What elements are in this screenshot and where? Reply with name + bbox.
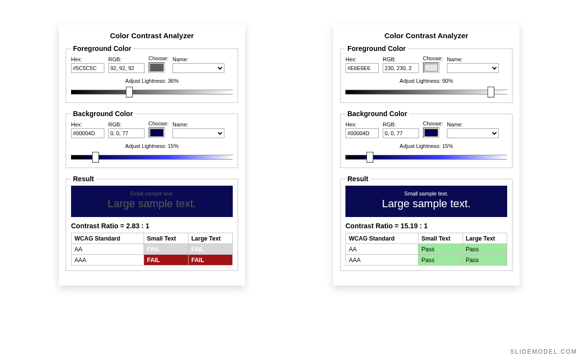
foreground-color-group: Foreground ColorHex:RGB:Choose:Name:Adju…: [66, 45, 238, 103]
standard-cell: AAA: [346, 255, 418, 266]
result-legend: Result: [345, 175, 370, 183]
lightness-value: 36%: [168, 78, 178, 84]
name-label: Name:: [447, 121, 499, 127]
hex-label: Hex:: [71, 121, 104, 127]
color-name-select[interactable]: [172, 63, 224, 73]
standard-cell: AAA: [72, 255, 144, 266]
lightness-label-row: Adjust Lightness: 36%: [71, 78, 233, 84]
watermark-text: SLIDEMODEL.COM: [510, 348, 577, 355]
result-group: ResultSmall sample text.Large sample tex…: [66, 175, 238, 271]
slider-thumb[interactable]: [367, 152, 373, 163]
table-row: AAFAILFAIL: [72, 244, 233, 255]
rgb-label: RGB:: [108, 121, 145, 127]
color-swatch: [424, 64, 438, 72]
background-legend: Background Color: [345, 110, 409, 118]
hex-input[interactable]: [345, 63, 379, 73]
hex-input[interactable]: [71, 63, 104, 73]
foreground-legend: Foreground Color: [71, 45, 133, 52]
result-group: ResultSmall sample text.Large sample tex…: [340, 175, 513, 271]
lightness-slider[interactable]: [71, 87, 233, 97]
results-header: WCAG Standard: [72, 233, 144, 244]
color-picker-button[interactable]: [148, 62, 165, 73]
color-input-row: Hex:RGB:Choose:Name:: [345, 121, 507, 138]
slider-thumb[interactable]: [126, 87, 133, 97]
contrast-ratio-prefix: Contrast Ratio =: [71, 222, 126, 230]
page-title: Color Contrast Analyzer: [66, 31, 238, 40]
color-picker-button[interactable]: [148, 127, 165, 138]
large-text-result-cell: Pass: [463, 244, 507, 255]
sample-preview: Small sample text.Large sample text.: [71, 186, 233, 217]
rgb-label: RGB:: [383, 56, 419, 62]
results-header: WCAG Standard: [346, 233, 418, 244]
rgb-input[interactable]: [108, 63, 145, 73]
name-label: Name:: [172, 56, 224, 62]
color-swatch: [424, 129, 438, 137]
sample-preview: Small sample text.Large sample text.: [345, 186, 507, 217]
standard-cell: AA: [346, 244, 418, 255]
background-color-group: Background ColorHex:RGB:Choose:Name:Adju…: [66, 110, 238, 168]
slider-track: [71, 90, 233, 95]
color-name-select[interactable]: [447, 63, 499, 73]
rgb-input[interactable]: [383, 63, 419, 73]
hex-input[interactable]: [71, 128, 104, 138]
contrast-ratio-line: Contrast Ratio = 15.19 : 1: [345, 222, 507, 230]
lightness-slider[interactable]: [71, 152, 233, 163]
hex-input[interactable]: [345, 128, 379, 138]
lightness-label-row: Adjust Lightness: 15%: [71, 143, 233, 149]
background-color-group: Background ColorHex:RGB:Choose:Name:Adju…: [340, 110, 513, 168]
sample-large-text: Large sample text.: [75, 197, 229, 210]
color-swatch: [150, 64, 164, 72]
large-text-result-cell: FAIL: [188, 255, 232, 266]
background-legend: Background Color: [71, 110, 135, 118]
lightness-value: 15%: [168, 143, 178, 149]
page-title: Color Contrast Analyzer: [340, 31, 513, 40]
lightness-label-row: Adjust Lightness: 90%: [345, 78, 507, 84]
hex-label: Hex:: [345, 121, 379, 127]
lightness-slider[interactable]: [345, 152, 507, 163]
color-name-select[interactable]: [172, 128, 224, 138]
lightness-label-row: Adjust Lightness: 15%: [345, 143, 507, 149]
large-text-result-cell: FAIL: [188, 244, 232, 255]
sample-large-text: Large sample text.: [349, 197, 503, 210]
hex-label: Hex:: [345, 56, 379, 62]
table-row: AAAFAILFAIL: [72, 255, 233, 266]
rgb-input[interactable]: [108, 128, 145, 138]
results-header: Small Text: [418, 233, 463, 244]
contrast-ratio-value: 15.19 : 1: [400, 222, 427, 230]
lightness-value: 15%: [442, 143, 453, 149]
color-swatch: [150, 129, 164, 137]
contrast-ratio-prefix: Contrast Ratio =: [345, 222, 400, 230]
small-text-result-cell: FAIL: [144, 255, 188, 266]
slider-thumb[interactable]: [92, 152, 99, 163]
color-picker-button[interactable]: [423, 127, 440, 138]
results-table: WCAG StandardSmall TextLarge TextAAFAILF…: [71, 233, 233, 266]
name-label: Name:: [447, 56, 499, 62]
rgb-input[interactable]: [383, 128, 419, 138]
large-text-result-cell: Pass: [463, 255, 507, 266]
color-name-select[interactable]: [447, 128, 499, 138]
table-row: AAAPassPass: [346, 255, 507, 266]
foreground-legend: Foreground Color: [345, 45, 408, 52]
choose-label: Choose:: [423, 121, 443, 126]
contrast-ratio-line: Contrast Ratio = 2.83 : 1: [71, 222, 233, 230]
color-input-row: Hex:RGB:Choose:Name:: [345, 55, 507, 73]
name-label: Name:: [172, 121, 224, 127]
slider-thumb[interactable]: [488, 87, 494, 97]
results-header: Large Text: [188, 233, 232, 244]
color-picker-button[interactable]: [423, 62, 440, 73]
results-table: WCAG StandardSmall TextLarge TextAAPassP…: [345, 233, 507, 266]
table-row: AAPassPass: [346, 244, 507, 255]
results-header: Large Text: [463, 233, 507, 244]
choose-label: Choose:: [423, 55, 443, 61]
adjust-lightness-label: Adjust Lightness:: [400, 143, 441, 149]
color-input-row: Hex:RGB:Choose:Name:: [71, 121, 233, 138]
lightness-slider[interactable]: [345, 87, 507, 97]
small-text-result-cell: FAIL: [144, 244, 188, 255]
adjust-lightness-label: Adjust Lightness:: [125, 143, 167, 149]
foreground-color-group: Foreground ColorHex:RGB:Choose:Name:Adju…: [340, 45, 513, 103]
small-text-result-cell: Pass: [418, 244, 463, 255]
rgb-label: RGB:: [383, 121, 419, 127]
adjust-lightness-label: Adjust Lightness:: [400, 78, 441, 84]
standard-cell: AA: [72, 244, 144, 255]
lightness-value: 90%: [442, 78, 453, 84]
